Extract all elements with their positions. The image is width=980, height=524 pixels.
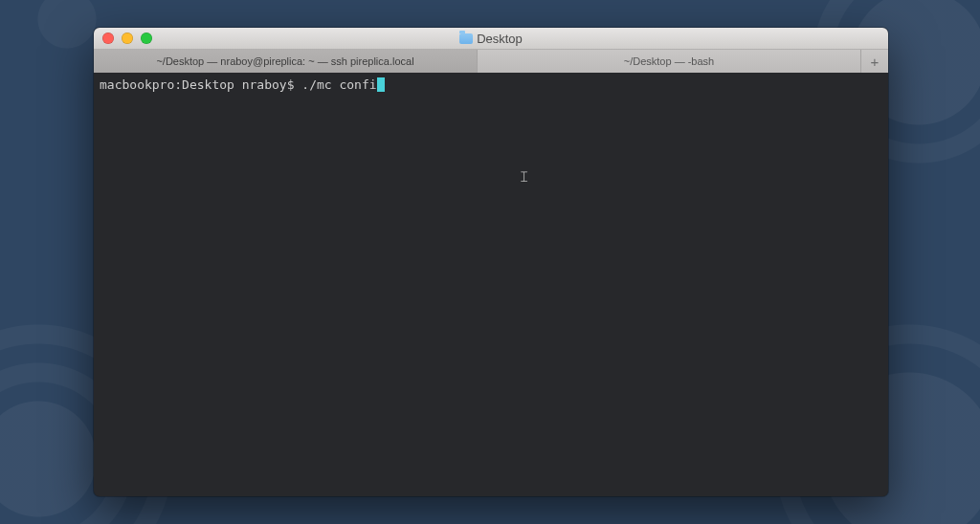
text-cursor-icon: 𝙸 — [519, 168, 529, 185]
tab-bar: ~/Desktop — nraboy@pireplica: ~ — ssh pi… — [94, 50, 888, 74]
tab-ssh[interactable]: ~/Desktop — nraboy@pireplica: ~ — ssh pi… — [94, 50, 478, 73]
window-title-text: Desktop — [477, 32, 523, 46]
close-icon[interactable] — [102, 33, 114, 44]
titlebar[interactable]: Desktop — [94, 28, 888, 50]
typed-command: ./mc confi — [301, 77, 376, 92]
tab-label: ~/Desktop — nraboy@pireplica: ~ — ssh pi… — [156, 55, 413, 67]
minimize-icon[interactable] — [122, 33, 133, 44]
folder-icon — [459, 33, 473, 44]
terminal-body[interactable]: macbookpro:Desktop nraboy$ ./mc confi 𝙸 — [94, 73, 888, 496]
zoom-icon[interactable] — [141, 33, 152, 44]
new-tab-button[interactable]: + — [861, 50, 888, 73]
tab-label: ~/Desktop — -bash — [624, 55, 714, 67]
tab-bash[interactable]: ~/Desktop — -bash — [478, 50, 861, 73]
terminal-window: Desktop ~/Desktop — nraboy@pireplica: ~ … — [94, 28, 888, 496]
traffic-lights — [94, 33, 152, 44]
plus-icon: + — [871, 54, 880, 70]
shell-prompt: macbookpro:Desktop nraboy$ — [100, 77, 301, 92]
cursor-icon — [377, 77, 385, 92]
window-title: Desktop — [94, 32, 888, 46]
